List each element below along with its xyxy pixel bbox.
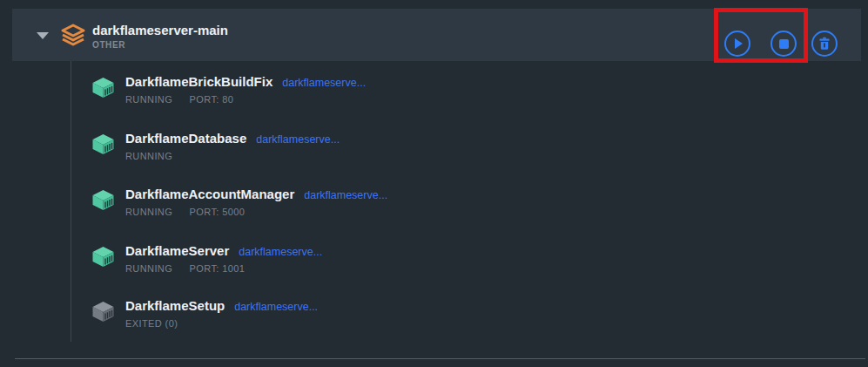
- play-icon: [735, 38, 743, 49]
- container-image-link[interactable]: darkflameserve...: [282, 74, 366, 92]
- container-name: DarkflameSetup: [125, 297, 225, 315]
- stack-title: darkflameserver-main: [92, 22, 228, 38]
- container-port: PORT: 80: [190, 94, 234, 105]
- stack-layers-icon: [60, 24, 86, 51]
- container-port: PORT: 1001: [190, 263, 246, 274]
- container-name: DarkflameBrickBuildFix: [125, 73, 273, 91]
- bottom-divider: [15, 358, 865, 359]
- container-image-link[interactable]: darkflameserve...: [234, 298, 318, 316]
- container-status: RUNNING: [125, 263, 172, 274]
- start-button[interactable]: [724, 31, 750, 57]
- container-status: RUNNING: [125, 94, 172, 105]
- container-icon: [91, 189, 115, 214]
- container-icon: [91, 246, 115, 271]
- container-name: DarkflameDatabase: [125, 130, 246, 147]
- container-row[interactable]: DarkflameDatabase darkflameserve... RUNN…: [91, 130, 340, 170]
- stop-button[interactable]: [770, 31, 797, 57]
- trash-icon: [818, 37, 831, 51]
- delete-button[interactable]: [811, 31, 838, 57]
- container-image-link[interactable]: darkflameserve...: [239, 243, 322, 261]
- container-name: DarkflameServer: [125, 242, 229, 260]
- stop-icon: [779, 39, 789, 49]
- stack-header[interactable]: darkflameserver-main OTHER: [12, 9, 861, 61]
- tree-guide-line: [71, 61, 71, 342]
- container-icon: [91, 133, 115, 159]
- container-icon: [91, 77, 115, 102]
- container-row[interactable]: DarkflameBrickBuildFix darkflameserve...…: [91, 73, 366, 113]
- stack-category-label: OTHER: [92, 40, 228, 50]
- chevron-down-icon[interactable]: [37, 32, 49, 39]
- container-icon-exited: [91, 301, 115, 326]
- container-name: DarkflameAccountManager: [125, 186, 294, 203]
- container-status: RUNNING: [125, 207, 172, 217]
- container-row[interactable]: DarkflameSetup darkflameserve... EXITED …: [91, 297, 318, 337]
- container-status: EXITED (0): [125, 318, 178, 329]
- container-status: RUNNING: [125, 151, 172, 161]
- container-image-link[interactable]: darkflameserve...: [256, 131, 340, 148]
- container-image-link[interactable]: darkflameserve...: [304, 187, 387, 204]
- container-row[interactable]: DarkflameAccountManager darkflameserve..…: [91, 186, 387, 226]
- container-row[interactable]: DarkflameServer darkflameserve... RUNNIN…: [91, 242, 322, 282]
- container-port: PORT: 5000: [190, 207, 246, 217]
